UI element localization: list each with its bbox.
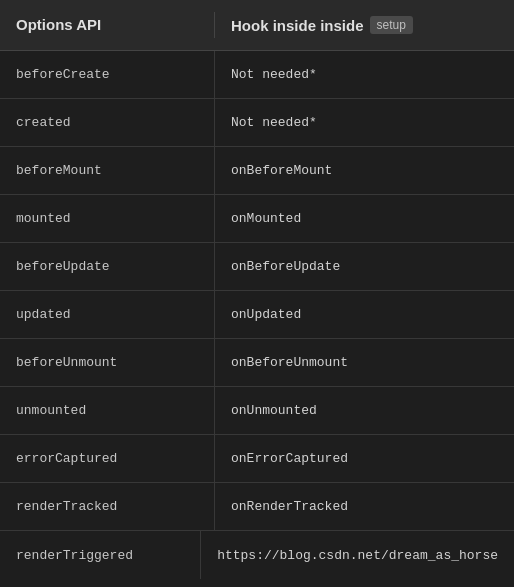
options-api-cell: beforeUpdate [0, 243, 215, 290]
table-row: mountedonMounted [0, 195, 514, 243]
hook-inside-cell: onBeforeUpdate [215, 243, 514, 290]
options-api-cell: errorCaptured [0, 435, 215, 482]
hook-inside-cell: onBeforeUnmount [215, 339, 514, 386]
hook-inside-label: Hook inside inside [231, 17, 364, 34]
options-api-cell: created [0, 99, 215, 146]
options-api-cell: mounted [0, 195, 215, 242]
hook-inside-cell: onUpdated [215, 291, 514, 338]
table-row: unmountedonUnmounted [0, 387, 514, 435]
options-api-cell: beforeCreate [0, 51, 215, 98]
hook-inside-cell: https://blog.csdn.net/dream_as_horse [201, 531, 514, 579]
table-row: createdNot needed* [0, 99, 514, 147]
table-row: renderTrackedonRenderTracked [0, 483, 514, 531]
options-api-cell: unmounted [0, 387, 215, 434]
table-row: errorCapturedonErrorCaptured [0, 435, 514, 483]
table-row: beforeMountonBeforeMount [0, 147, 514, 195]
hook-inside-cell: onRenderTracked [215, 483, 514, 530]
table-body: beforeCreateNot needed*createdNot needed… [0, 51, 514, 587]
table-row: renderTriggeredhttps://blog.csdn.net/dre… [0, 531, 514, 579]
options-api-cell: renderTracked [0, 483, 215, 530]
options-api-cell: beforeUnmount [0, 339, 215, 386]
setup-badge: setup [370, 16, 413, 34]
options-api-header: Options API [0, 12, 215, 38]
options-api-cell: renderTriggered [0, 531, 201, 579]
table-row: beforeUnmountonBeforeUnmount [0, 339, 514, 387]
hook-inside-cell: Not needed* [215, 51, 514, 98]
hook-inside-cell: onMounted [215, 195, 514, 242]
lifecycle-table: Options API Hook inside inside setup bef… [0, 0, 514, 587]
hook-inside-cell: onErrorCaptured [215, 435, 514, 482]
options-api-cell: updated [0, 291, 215, 338]
hook-inside-header: Hook inside inside setup [215, 12, 514, 38]
table-row: updatedonUpdated [0, 291, 514, 339]
table-header: Options API Hook inside inside setup [0, 0, 514, 51]
hook-inside-cell: Not needed* [215, 99, 514, 146]
hook-inside-cell: onBeforeMount [215, 147, 514, 194]
table-row: beforeUpdateonBeforeUpdate [0, 243, 514, 291]
table-row: beforeCreateNot needed* [0, 51, 514, 99]
hook-inside-cell: onUnmounted [215, 387, 514, 434]
options-api-cell: beforeMount [0, 147, 215, 194]
